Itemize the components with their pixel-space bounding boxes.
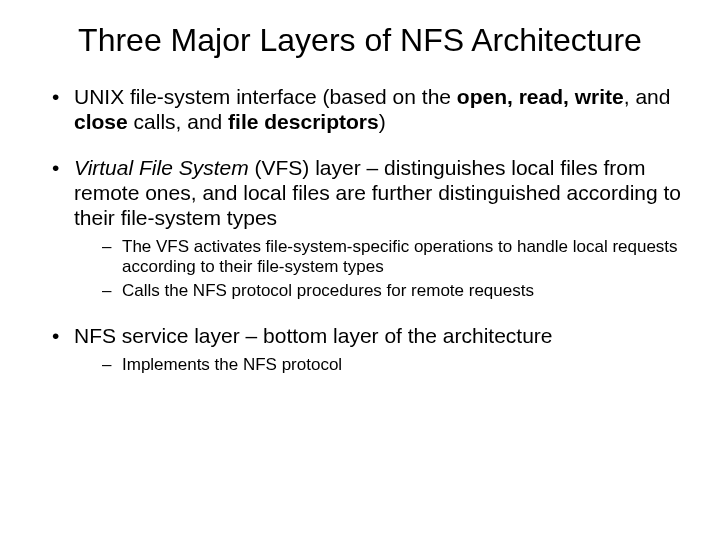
slide: Three Major Layers of NFS Architecture U… [0,0,720,540]
slide-title: Three Major Layers of NFS Architecture [76,22,644,59]
bullet-item: NFS service layer – bottom layer of the … [52,324,684,375]
bullet-list: UNIX file-system interface (based on the… [36,85,684,375]
bullet-item: Virtual File System (VFS) layer – distin… [52,156,684,301]
bullet-item: UNIX file-system interface (based on the… [52,85,684,135]
sub-bullet-list: The VFS activates file-system-specific o… [74,237,684,302]
sub-bullet-item: Calls the NFS protocol procedures for re… [102,281,684,301]
sub-bullet-item: Implements the NFS protocol [102,355,684,375]
bullet-text: NFS service layer – bottom layer of the … [74,324,553,347]
sub-bullet-list: Implements the NFS protocol [74,355,684,375]
sub-bullet-item: The VFS activates file-system-specific o… [102,237,684,278]
bullet-text: UNIX file-system interface (based on the… [74,85,670,133]
bullet-text: Virtual File System (VFS) layer – distin… [74,156,681,229]
